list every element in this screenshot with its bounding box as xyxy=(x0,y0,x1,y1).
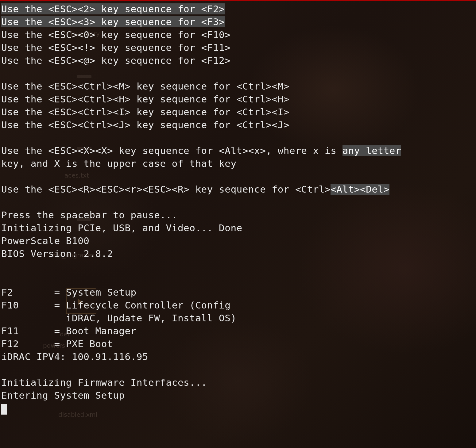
boot-altx-line1b: any letter xyxy=(342,145,401,156)
blank-line xyxy=(1,67,475,80)
boot-altx-line1: Use the <ESC><X><X> key sequence for <Al… xyxy=(1,144,475,157)
boot-menu-idrac: iDRAC IPV4: 100.91.116.95 xyxy=(1,350,475,363)
blank-line xyxy=(1,170,475,183)
blank-line xyxy=(1,273,475,286)
boot-esc-ctrl-line: Use the <ESC><Ctrl><M> key sequence for … xyxy=(1,80,475,93)
window-top-border xyxy=(0,0,476,1)
boot-cad-b: <Alt><Del> xyxy=(331,184,389,195)
boot-menu-f12: F12 = PXE Boot xyxy=(1,337,475,350)
boot-fw-line: Initializing Firmware Interfaces... xyxy=(1,376,475,389)
boot-esc-fn-line-hl: Use the <ESC><3> key sequence for <F3> xyxy=(1,16,225,27)
boot-menu-f11: F11 = Boot Manager xyxy=(1,324,475,337)
boot-esc-fn-line: Use the <ESC><0> key sequence for <F10> xyxy=(1,28,475,41)
boot-menu-f2: F2 = System Setup xyxy=(1,286,475,299)
boot-esc-ctrl-line: Use the <ESC><Ctrl><J> key sequence for … xyxy=(1,118,475,131)
terminal-overlay: Use the <ESC><2> key sequence for <F2> U… xyxy=(0,0,476,448)
boot-esc-fn-line-hl: Use the <ESC><2> key sequence for <F2> xyxy=(1,3,225,14)
boot-altx-line2: key, and X is the upper case of that key xyxy=(1,157,475,170)
blank-line xyxy=(1,260,475,273)
boot-enter-line: Entering System Setup xyxy=(1,389,475,402)
boot-esc-ctrl-line: Use the <ESC><Ctrl><H> key sequence for … xyxy=(1,93,475,105)
cursor-line xyxy=(1,402,475,415)
terminal-cursor xyxy=(1,404,7,415)
blank-line xyxy=(1,196,475,209)
boot-cad-line: Use the <ESC><R><ESC><r><ESC><R> key seq… xyxy=(1,183,475,196)
boot-esc-ctrl-line: Use the <ESC><Ctrl><I> key sequence for … xyxy=(1,105,475,118)
boot-esc-fn-line: Use the <ESC><@> key sequence for <F12> xyxy=(1,54,475,67)
boot-pause-line: Press the spacebar to pause... xyxy=(1,209,475,221)
boot-menu-f10a: F10 = Lifecycle Controller (Config xyxy=(1,299,475,312)
blank-line xyxy=(1,363,475,376)
boot-altx-line1a: Use the <ESC><X><X> key sequence for <Al… xyxy=(1,145,342,156)
boot-menu-f10b: iDRAC, Update FW, Install OS) xyxy=(1,312,475,324)
boot-bios-line: BIOS Version: 2.8.2 xyxy=(1,247,475,260)
boot-init-line: Initializing PCIe, USB, and Video... Don… xyxy=(1,221,475,234)
boot-esc-fn-line: Use the <ESC><2> key sequence for <F2> xyxy=(1,2,475,15)
boot-cad-a: Use the <ESC><R><ESC><r><ESC><R> key seq… xyxy=(1,184,331,195)
boot-esc-fn-line: Use the <ESC><!> key sequence for <F11> xyxy=(1,41,475,54)
boot-model-line: PowerScale B100 xyxy=(1,234,475,247)
boot-esc-fn-line: Use the <ESC><3> key sequence for <F3> xyxy=(1,15,475,28)
blank-line xyxy=(1,131,475,144)
